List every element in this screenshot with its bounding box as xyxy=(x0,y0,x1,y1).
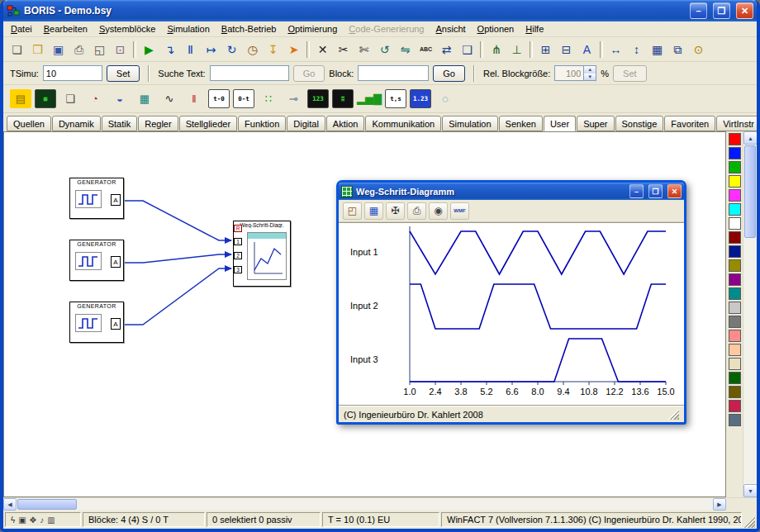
block-pair-icon[interactable]: ❑ xyxy=(59,89,81,108)
palette-tab[interactable]: Sonstige xyxy=(615,116,664,131)
align-vertical-icon[interactable]: ↕ xyxy=(626,40,647,59)
cut-output-icon[interactable]: ✄ xyxy=(354,40,374,59)
export-wmf-icon[interactable]: WMF xyxy=(450,202,469,220)
minimize-button[interactable]: – xyxy=(690,2,707,19)
color-swatch[interactable] xyxy=(729,344,741,356)
menu-item[interactable]: Batch-Betrieb xyxy=(216,22,283,36)
breakpoint-icon[interactable]: ↧ xyxy=(263,40,283,59)
simulation-time-icon[interactable]: ◷ xyxy=(242,40,263,59)
pause-simulation-icon[interactable]: Ⅱ xyxy=(180,40,201,59)
block-go-button[interactable]: Go xyxy=(433,65,465,82)
t0-block-icon[interactable]: t-0 xyxy=(208,89,230,108)
lock-icon[interactable]: ⊙ xyxy=(688,40,709,59)
color-swatch[interactable] xyxy=(729,133,741,145)
vertical-scroll-thumb[interactable] xyxy=(744,145,756,238)
wire-mode-icon[interactable]: ϟ xyxy=(11,515,15,525)
color-swatch[interactable] xyxy=(729,386,741,398)
ungroup-blocks-icon[interactable]: ⊥ xyxy=(506,40,527,59)
color-swatch[interactable] xyxy=(729,287,741,300)
wave-zoom-icon[interactable]: ◌ xyxy=(435,89,456,108)
menu-item[interactable]: Ansicht xyxy=(430,22,471,36)
swap-blocks-icon[interactable]: ⇄ xyxy=(436,40,457,59)
output-pin[interactable]: A xyxy=(111,194,121,206)
diagram-titlebar[interactable]: Weg-Schritt-Diagramm – ❐ ✕ xyxy=(339,183,684,200)
color-swatch[interactable] xyxy=(729,400,741,412)
minimize-button[interactable]: – xyxy=(629,184,644,198)
palette-tab[interactable]: Statik xyxy=(102,116,138,131)
group-blocks-icon[interactable]: ⋔ xyxy=(486,40,506,59)
menu-item[interactable]: Bearbeiten xyxy=(38,22,93,36)
scope-trace-icon[interactable]: ∿ xyxy=(159,89,180,108)
continuous-run-icon[interactable]: ↻ xyxy=(221,40,242,59)
input-pin[interactable]: R xyxy=(234,225,242,232)
color-swatch[interactable] xyxy=(729,273,741,286)
delete-block-icon[interactable]: ✕ xyxy=(312,40,333,59)
ts-block-icon[interactable]: t,s xyxy=(385,89,406,108)
scroll-right-icon[interactable]: ▶ xyxy=(713,498,726,511)
block-label-icon[interactable]: ABC xyxy=(416,40,436,59)
weg-schritt-block[interactable]: Weg-Schritt-Diagr. R123 xyxy=(233,221,291,287)
led-row-icon[interactable]: ∷ xyxy=(258,89,279,108)
new-file-icon[interactable]: ❏ xyxy=(7,40,27,59)
palette-tab[interactable]: Kommunikation xyxy=(365,116,441,131)
diagram-window[interactable]: Weg-Schritt-Diagramm – ❐ ✕ ◰ ▦ ✠ ⎙ xyxy=(336,180,686,425)
palette-tab[interactable]: VirtInstr xyxy=(716,116,760,131)
copy-region-icon[interactable]: ⊡ xyxy=(110,40,131,59)
mirror-block-icon[interactable]: ⇋ xyxy=(395,40,416,59)
rotate-block-icon[interactable]: ↺ xyxy=(374,40,395,59)
trigger-icon[interactable]: ➤ xyxy=(283,40,304,59)
palette-tab[interactable]: Regler xyxy=(138,116,178,131)
grid-icon[interactable]: ▦ xyxy=(364,202,383,220)
palette-tab[interactable]: Super xyxy=(577,116,614,131)
input-pin[interactable]: 2 xyxy=(234,252,242,259)
font-icon[interactable]: A xyxy=(577,40,597,59)
generator-block[interactable]: GENERATOR A xyxy=(69,178,124,219)
resize-grip[interactable] xyxy=(668,409,679,420)
print-diagram-icon[interactable]: ⎙ xyxy=(407,202,426,220)
color-swatch[interactable] xyxy=(729,330,741,342)
color-swatch[interactable] xyxy=(729,189,741,202)
tsimu-input[interactable] xyxy=(43,65,102,81)
mixer-icon[interactable]: ≣ xyxy=(332,89,354,108)
spin-up-icon[interactable]: ▲ xyxy=(584,66,596,74)
palette-tab[interactable]: Simulation xyxy=(442,116,497,131)
menu-item[interactable]: Hilfe xyxy=(520,22,549,36)
palette-tab[interactable]: Digital xyxy=(287,116,325,131)
color-swatch[interactable] xyxy=(729,147,741,159)
color-swatch[interactable] xyxy=(729,203,741,216)
cut-input-icon[interactable]: ✂ xyxy=(333,40,354,59)
data-table-icon[interactable]: ▦ xyxy=(134,89,155,108)
cascade-windows-icon[interactable]: ⧉ xyxy=(667,40,688,59)
print-preview-icon[interactable]: ◱ xyxy=(89,40,110,59)
step-forward-icon[interactable]: ↦ xyxy=(201,40,221,59)
gauge-icon[interactable]: ◔ xyxy=(84,89,106,108)
duplicate-block-icon[interactable]: ❑ xyxy=(457,40,477,59)
palette-tab[interactable]: User xyxy=(544,116,576,131)
crosshair-icon[interactable]: ✠ xyxy=(386,202,405,220)
menu-item[interactable]: Optionen xyxy=(472,22,520,36)
led-matrix-icon[interactable]: ▦ xyxy=(35,89,56,108)
snapshot-icon[interactable]: ◉ xyxy=(429,202,448,220)
vertical-scrollbar[interactable]: ▲ ▼ xyxy=(743,131,757,497)
pan-icon[interactable]: ✥ xyxy=(30,515,36,525)
block-input[interactable] xyxy=(358,65,429,81)
color-swatch[interactable] xyxy=(729,316,741,328)
horizontal-scroll-track[interactable] xyxy=(78,498,713,511)
close-button[interactable]: ✕ xyxy=(736,2,753,19)
lego-brick-icon[interactable]: ▤ xyxy=(10,89,31,108)
input-pin[interactable]: 3 xyxy=(234,266,242,273)
palette-tab[interactable]: Funktion xyxy=(238,116,286,131)
color-swatch[interactable] xyxy=(729,245,741,258)
resize-grip[interactable] xyxy=(743,516,755,528)
color-swatch[interactable] xyxy=(729,372,741,384)
color-swatch[interactable] xyxy=(729,231,741,244)
output-pin[interactable]: A xyxy=(111,256,121,268)
overview-icon[interactable]: ▥ xyxy=(47,515,55,525)
menu-item[interactable]: Simulation xyxy=(161,22,215,36)
led-bar-icon[interactable]: ‖ xyxy=(183,89,205,108)
relsize-input[interactable] xyxy=(554,65,584,81)
maximize-button[interactable]: ❐ xyxy=(713,2,730,19)
start-simulation-icon[interactable]: ▶ xyxy=(139,40,159,59)
palette-tab[interactable]: Stellglieder xyxy=(179,116,237,131)
palette-tab[interactable]: Dynamik xyxy=(52,116,101,131)
